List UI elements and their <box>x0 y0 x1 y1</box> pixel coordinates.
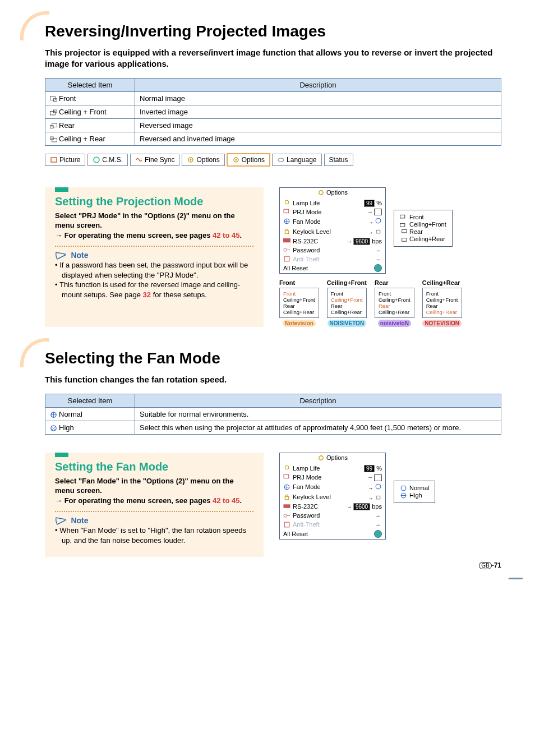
osd-row-antitheft[interactable]: Anti-Theft <box>280 255 385 264</box>
fan-icon <box>283 218 290 225</box>
divider <box>55 511 253 512</box>
osd-row-lamplife[interactable]: Lamp Life99 % <box>280 464 385 473</box>
svg-rect-33 <box>284 475 289 479</box>
note-item: When "Fan Mode" is set to "High", the fa… <box>62 525 253 545</box>
fan-mode-table: Selected Item Description Normal Suitabl… <box>45 394 501 435</box>
page-ref-link[interactable]: 32 <box>143 291 151 299</box>
language-icon <box>277 156 285 164</box>
osd-row-allreset[interactable]: All Reset <box>280 529 385 539</box>
svg-point-15 <box>319 191 323 195</box>
lock-value-icon <box>375 493 382 500</box>
osd-row-antitheft[interactable]: Anti-Theft <box>280 520 385 529</box>
cell-item: Ceiling + Rear <box>59 135 105 143</box>
tab-options-1[interactable]: Options <box>182 154 224 166</box>
osd-row-rs232c[interactable]: RS-232C9600 bps <box>280 237 385 246</box>
osd-options-menu-2: Options Lamp Life99 % PRJ Mode Fan Mode … <box>279 453 386 540</box>
fan-value-icon <box>375 217 382 224</box>
thumb-box: Front Ceiling+Front Rear Ceiling+Rear <box>279 288 319 318</box>
menu-operation-ref: For operating the menu screen, see pages… <box>55 496 253 506</box>
thumb-title: Front <box>279 279 319 286</box>
setting-prj-mode-heading: Setting the Projection Mode <box>55 195 253 208</box>
table-col-item: Selected Item <box>45 394 135 407</box>
svg-point-11 <box>190 159 192 160</box>
osd-row-rs232c[interactable]: RS-232C9600 bps <box>280 503 385 511</box>
prj-mode-table: Selected Item Description Front Normal i… <box>45 78 501 146</box>
note-icon <box>55 517 67 525</box>
tab-status[interactable]: Status <box>324 154 353 166</box>
thumb-box: Front Ceiling+Front Rear Ceiling+Rear <box>422 288 462 318</box>
options-icon <box>232 156 240 164</box>
front-icon <box>50 95 57 103</box>
svg-rect-38 <box>283 504 290 508</box>
fan-normal-icon <box>50 411 57 418</box>
popup-option[interactable]: Front <box>400 214 446 221</box>
cell-item: High <box>59 423 74 432</box>
reset-button-icon <box>374 264 382 272</box>
page-ref-link[interactable]: 42 to 45 <box>213 496 239 505</box>
osd-row-allreset[interactable]: All Reset <box>280 264 385 273</box>
thumb-title: Ceiling+Front <box>327 279 367 286</box>
front-icon <box>400 214 407 221</box>
tab-picture[interactable]: Picture <box>45 154 85 166</box>
osd-row-password[interactable]: Password <box>280 511 385 520</box>
lamp-icon <box>283 199 290 206</box>
antitheft-icon <box>283 255 290 262</box>
note-icon <box>55 251 67 260</box>
svg-point-14 <box>278 158 284 162</box>
osd-row-prjmode[interactable]: PRJ Mode <box>280 473 385 482</box>
picture-icon <box>50 156 58 164</box>
cell-desc: Reversed and inverted image <box>135 132 501 145</box>
tab-cms[interactable]: C.M.S. <box>87 154 128 166</box>
popup-option[interactable]: Ceiling+Rear <box>400 236 446 243</box>
osd-options-menu: Options Lamp Life99 % PRJ Mode Fan Mode … <box>279 187 386 274</box>
page-ref-link[interactable]: 42 to 45 <box>213 231 239 239</box>
osd-row-keylock[interactable]: Keylock Level <box>280 492 385 503</box>
cell-item: Normal <box>59 410 82 418</box>
cell-desc: Inverted image <box>135 105 501 118</box>
popup-option[interactable]: Normal <box>400 485 429 492</box>
svg-rect-8 <box>51 158 57 162</box>
logo-rev-inv: NOTEVISION <box>422 320 462 327</box>
section-1-intro: This projector is equipped with a revers… <box>45 47 501 70</box>
thumb-title: Rear <box>375 279 414 286</box>
osd-row-fanmode[interactable]: Fan Mode <box>280 482 385 492</box>
osd-row-prjmode[interactable]: PRJ Mode <box>280 208 385 216</box>
thumb-title: Ceiling+Rear <box>422 279 462 286</box>
cell-desc: Reversed image <box>135 118 501 132</box>
section-1-title: Reversing/Inverting Projected Images <box>45 22 501 40</box>
section-2-intro: This function changes the fan rotation s… <box>45 374 501 385</box>
table-row: Ceiling + Front Inverted image <box>45 105 501 118</box>
tab-fine-sync[interactable]: Fine Sync <box>130 154 179 166</box>
setting-prj-mode-panel: Setting the Projection Mode Select "PRJ … <box>45 187 264 328</box>
prj-mode-popup: Front Ceiling+Front Rear Ceiling+Rear <box>394 210 453 247</box>
tab-strip: Picture C.M.S. Fine Sync Options Options… <box>45 154 501 166</box>
tab-options-2[interactable]: Options <box>227 154 270 166</box>
popup-option[interactable]: Ceiling+Front <box>400 221 446 228</box>
serial-icon <box>283 237 290 245</box>
ceiling-rear-icon <box>400 236 407 243</box>
table-col-desc: Description <box>135 78 501 91</box>
prj-icon <box>283 208 290 215</box>
thumb-box: Front Ceiling+Front Rear Ceiling+Rear <box>375 288 414 318</box>
options-icon <box>317 189 325 196</box>
password-icon <box>283 512 290 519</box>
popup-option[interactable]: Rear <box>400 228 446 236</box>
svg-point-13 <box>235 159 237 160</box>
table-col-item: Selected Item <box>45 78 135 91</box>
svg-rect-6 <box>52 138 57 142</box>
rear-icon <box>400 228 407 236</box>
svg-point-19 <box>376 219 381 224</box>
cell-desc: Select this when using the projector at … <box>135 421 501 434</box>
osd-row-fanmode[interactable]: Fan Mode <box>280 216 385 227</box>
section-2-title: Selecting the Fan Mode <box>45 349 501 367</box>
osd-row-lamplife[interactable]: Lamp Life99 % <box>280 199 385 208</box>
popup-option[interactable]: High <box>400 492 429 499</box>
tab-language[interactable]: Language <box>272 154 321 166</box>
lock-value-icon <box>375 227 382 234</box>
sync-icon <box>135 156 143 164</box>
fan-value-icon <box>375 483 382 490</box>
svg-rect-21 <box>376 231 380 233</box>
osd-row-keylock[interactable]: Keylock Level <box>280 227 385 237</box>
svg-rect-20 <box>285 231 289 234</box>
osd-row-password[interactable]: Password <box>280 246 385 255</box>
